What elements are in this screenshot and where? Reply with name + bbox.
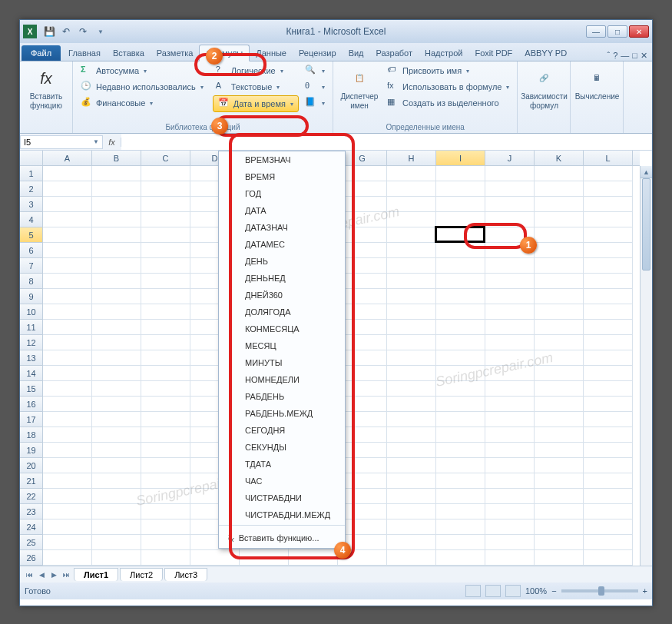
view-normal-button[interactable] xyxy=(465,585,481,597)
row-header[interactable]: 7 xyxy=(20,258,43,274)
cell[interactable] xyxy=(485,519,535,535)
worksheet-grid[interactable]: ABCDEFGHIJKL 123456789101112131415161718… xyxy=(20,151,652,566)
cell[interactable] xyxy=(92,443,141,458)
cell[interactable] xyxy=(535,304,584,320)
insert-function-footer[interactable]: fxВставить функцию... xyxy=(219,527,345,548)
cell[interactable] xyxy=(92,550,141,566)
cell[interactable] xyxy=(584,443,633,458)
cell[interactable] xyxy=(436,397,485,412)
cell[interactable] xyxy=(485,473,535,489)
cell[interactable] xyxy=(387,289,436,304)
cell[interactable] xyxy=(584,274,633,289)
zoom-in-button[interactable]: + xyxy=(643,586,647,596)
row-header[interactable]: 10 xyxy=(20,304,43,320)
fx-button[interactable]: fx xyxy=(103,138,121,147)
cell[interactable] xyxy=(92,535,141,550)
row-header[interactable]: 12 xyxy=(20,335,43,350)
cell[interactable] xyxy=(436,381,485,397)
cell[interactable] xyxy=(535,181,584,197)
cell[interactable] xyxy=(436,350,485,366)
cell[interactable] xyxy=(141,427,190,443)
assign-name-button[interactable]: 🏷Присвоить имя▾ xyxy=(384,63,513,78)
cell[interactable] xyxy=(535,243,584,258)
cell[interactable] xyxy=(535,289,584,304)
row-header[interactable]: 20 xyxy=(20,458,43,473)
zoom-slider[interactable] xyxy=(561,589,638,592)
tab-foxit pdf[interactable]: Foxit PDF xyxy=(468,45,518,61)
dropdown-item[interactable]: ДОЛЯГОДА xyxy=(219,304,345,320)
redo-button[interactable]: ↷ xyxy=(75,24,91,39)
cell[interactable] xyxy=(584,504,633,519)
cell[interactable] xyxy=(190,550,240,566)
cell[interactable] xyxy=(43,489,92,504)
row-header[interactable]: 18 xyxy=(20,427,43,443)
cell[interactable] xyxy=(436,212,485,227)
select-all-corner[interactable] xyxy=(20,151,43,165)
cell[interactable] xyxy=(240,550,289,566)
minimize-ribbon-icon[interactable]: ˆ xyxy=(607,51,611,61)
cell[interactable] xyxy=(436,289,485,304)
cell[interactable] xyxy=(584,166,633,181)
cell[interactable] xyxy=(387,304,436,320)
cell[interactable] xyxy=(584,335,633,350)
column-header[interactable]: I xyxy=(436,151,485,165)
cell[interactable] xyxy=(92,458,141,473)
dropdown-item[interactable]: ДАТАЗНАЧ xyxy=(219,219,345,236)
cell[interactable] xyxy=(92,412,141,427)
cell[interactable] xyxy=(387,335,436,350)
name-box[interactable]: I5▼ xyxy=(20,135,103,149)
minimize-button[interactable]: — xyxy=(586,25,606,38)
dropdown-item[interactable]: МЕСЯЦ xyxy=(219,337,345,354)
row-header[interactable]: 24 xyxy=(20,519,43,535)
cell[interactable] xyxy=(43,274,92,289)
cell[interactable] xyxy=(584,320,633,335)
scroll-thumb[interactable] xyxy=(642,178,650,271)
sheet-tab[interactable]: Лист2 xyxy=(120,568,163,581)
cell[interactable] xyxy=(436,166,485,181)
dropdown-item[interactable]: ДАТА xyxy=(219,202,345,219)
cell[interactable] xyxy=(436,443,485,458)
cell[interactable] xyxy=(584,519,633,535)
cell[interactable] xyxy=(141,397,190,412)
cell[interactable] xyxy=(485,197,535,212)
cell[interactable] xyxy=(535,473,584,489)
cell[interactable] xyxy=(485,212,535,227)
cell[interactable] xyxy=(43,197,92,212)
cell[interactable] xyxy=(92,227,141,243)
cell[interactable] xyxy=(387,519,436,535)
cell[interactable] xyxy=(141,289,190,304)
cell[interactable] xyxy=(535,274,584,289)
cell[interactable] xyxy=(92,243,141,258)
row-header[interactable]: 11 xyxy=(20,320,43,335)
tab-рецензир[interactable]: Рецензир xyxy=(293,45,343,61)
sheet-nav-next[interactable]: ▶ xyxy=(48,569,60,581)
cell[interactable] xyxy=(387,212,436,227)
cell[interactable] xyxy=(92,197,141,212)
cell[interactable] xyxy=(43,397,92,412)
qat-more-button[interactable]: ▼ xyxy=(92,24,108,39)
cell[interactable] xyxy=(92,350,141,366)
row-header[interactable]: 16 xyxy=(20,397,43,412)
cell[interactable] xyxy=(584,489,633,504)
row-header[interactable]: 6 xyxy=(20,243,43,258)
cell[interactable] xyxy=(436,274,485,289)
cell[interactable] xyxy=(436,335,485,350)
cell[interactable] xyxy=(485,443,535,458)
mdi-max-icon[interactable]: □ xyxy=(632,51,637,61)
column-header[interactable]: H xyxy=(387,151,436,165)
cell[interactable] xyxy=(535,427,584,443)
cell[interactable] xyxy=(436,473,485,489)
help-icon[interactable]: ? xyxy=(613,51,617,61)
cell[interactable] xyxy=(436,504,485,519)
cell[interactable] xyxy=(141,504,190,519)
cell[interactable] xyxy=(535,535,584,550)
maximize-button[interactable]: □ xyxy=(607,25,627,38)
zoom-out-button[interactable]: − xyxy=(551,586,556,596)
tab-главная[interactable]: Главная xyxy=(62,45,107,61)
cell[interactable] xyxy=(43,535,92,550)
cell[interactable] xyxy=(92,274,141,289)
cell[interactable] xyxy=(43,181,92,197)
cell[interactable] xyxy=(535,519,584,535)
cell[interactable] xyxy=(485,181,535,197)
cell[interactable] xyxy=(584,304,633,320)
